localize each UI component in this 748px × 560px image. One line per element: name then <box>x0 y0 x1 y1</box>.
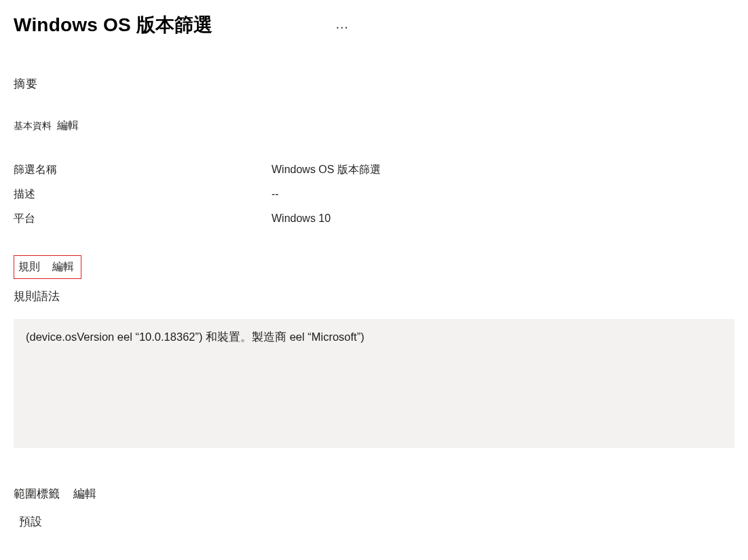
kv-row-platform: 平台 Windows 10 <box>14 206 734 231</box>
rules-section: 規則 編輯 規則語法 (device.osVersion eel “10.0.1… <box>14 255 734 448</box>
kv-key-filter-name: 篩選名稱 <box>14 163 272 177</box>
summary-heading: 摘要 <box>14 76 734 92</box>
kv-key-platform: 平台 <box>14 212 272 226</box>
scope-tags-value: 預設 <box>19 514 734 529</box>
page-header: Windows OS 版本篩選 … <box>14 12 734 38</box>
page-title: Windows OS 版本篩選 <box>14 12 213 38</box>
basics-section-header: 基本資料 編輯 <box>14 119 734 133</box>
page-root: Windows OS 版本篩選 … 摘要 基本資料 編輯 篩選名稱 Window… <box>0 0 748 543</box>
rules-label: 規則 <box>18 260 40 274</box>
scope-tags-header: 範圍標籤 編輯 <box>14 486 734 502</box>
rule-syntax-box: (device.osVersion eel “10.0.18362”) 和裝置。… <box>14 319 734 448</box>
scope-tags-label: 範圍標籤 <box>14 486 60 502</box>
kv-row-description: 描述 -- <box>14 182 734 206</box>
kv-val-filter-name: Windows OS 版本篩選 <box>272 163 381 177</box>
kv-row-filter-name: 篩選名稱 Windows OS 版本篩選 <box>14 157 734 182</box>
basics-label: 基本資料 <box>14 120 52 132</box>
scope-tags-section: 範圍標籤 編輯 預設 <box>14 486 734 529</box>
rules-edit-link[interactable]: 編輯 <box>52 260 74 274</box>
rules-section-header-highlighted: 規則 編輯 <box>14 255 81 279</box>
rule-syntax-label: 規則語法 <box>14 288 734 304</box>
kv-val-description: -- <box>272 188 279 200</box>
more-actions-icon[interactable]: … <box>335 16 350 32</box>
basics-edit-link[interactable]: 編輯 <box>57 119 79 133</box>
scope-tags-edit-link[interactable]: 編輯 <box>73 486 96 502</box>
basics-kv-list: 篩選名稱 Windows OS 版本篩選 描述 -- 平台 Windows 10 <box>14 157 734 231</box>
kv-key-description: 描述 <box>14 187 272 202</box>
kv-val-platform: Windows 10 <box>272 212 331 225</box>
